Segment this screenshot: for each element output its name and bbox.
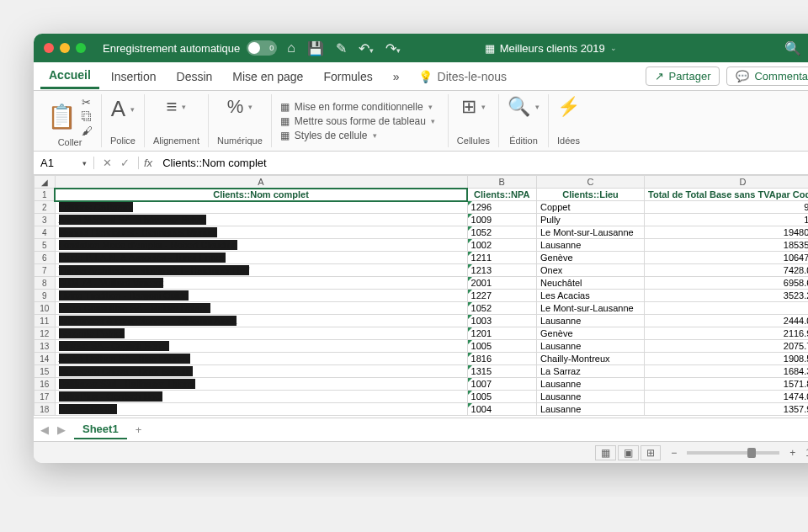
spreadsheet-grid[interactable]: ◢ A B C D 1Clients::Nom completClients::… — [34, 175, 808, 418]
cell[interactable]: Inglese SA - Cogliati Serge — [55, 340, 467, 353]
row-header[interactable]: 15 — [35, 365, 56, 378]
cell[interactable]: différences & compétences - Chkaïmi Aiss… — [55, 315, 467, 327]
cell[interactable]: 1007 — [467, 378, 536, 391]
page-layout-view-icon[interactable]: ▣ — [618, 445, 639, 460]
cell[interactable]: Étude P.T.A.N. & Associés - Tunsi Ermes — [55, 252, 467, 264]
cell-d1[interactable]: Total de Total Base sans TVApar Code cli… — [645, 189, 808, 201]
row-header[interactable]: 1 — [35, 189, 56, 201]
cell[interactable]: Genève — [537, 252, 645, 264]
tab-mise-en-page[interactable]: Mise en page — [224, 65, 311, 88]
cell[interactable]: 1227 — [467, 290, 536, 302]
search-icon[interactable]: 🔍 — [784, 40, 801, 56]
cell[interactable]: Le Mont-sur-Lausanne — [537, 226, 645, 239]
cell[interactable]: 1002 — [467, 239, 536, 252]
cell[interactable]: Micro Consulting SA - Mulder Roland — [55, 302, 467, 315]
cell[interactable]: FuturPlus - Gentsch Noël — [55, 391, 467, 403]
autosave-toggle[interactable]: 0 — [247, 40, 277, 56]
cell[interactable]: Chapel Cédric — [55, 403, 467, 416]
sheet-nav-next[interactable]: ▶ — [57, 423, 66, 436]
cell[interactable]: Coppet — [537, 201, 645, 214]
document-title[interactable]: ▦ Meilleurs clients 2019 ⌄ — [485, 42, 617, 55]
row-header[interactable]: 17 — [35, 391, 56, 403]
cell[interactable]: 1005 — [467, 340, 536, 353]
cell[interactable]: 2116.991643 — [645, 327, 808, 340]
cell[interactable]: 7428.040854 — [645, 264, 808, 277]
cell[interactable]: Pully — [537, 214, 645, 226]
cancel-formula-icon[interactable]: ✕ — [103, 157, 112, 169]
save-icon[interactable]: 💾 — [307, 40, 324, 56]
column-header-b[interactable]: B — [467, 176, 536, 189]
cell[interactable]: Lausanne — [537, 239, 645, 252]
conditional-formatting-button[interactable]: ▦Mise en forme conditionnelle▾ — [280, 101, 433, 113]
row-header[interactable]: 11 — [35, 315, 56, 327]
row-header[interactable]: 12 — [35, 327, 56, 340]
cell[interactable]: Musée du Cheval - Drux Isabelle — [55, 365, 467, 378]
cell[interactable]: 1315 — [467, 365, 536, 378]
undo-icon[interactable]: ↶▾ — [359, 40, 374, 56]
format-as-table-button[interactable]: ▦Mettre sous forme de tableau▾ — [280, 115, 435, 127]
cell[interactable]: Neuchâtel — [537, 277, 645, 290]
tell-me-search[interactable]: 💡 Dites-le-nous — [418, 70, 507, 83]
cell[interactable]: 1816 — [467, 353, 536, 365]
tab-insertion[interactable]: Insertion — [103, 65, 165, 88]
ribbon-align-group[interactable]: ≡▾ Alignement — [145, 94, 209, 147]
accept-formula-icon[interactable]: ✓ — [120, 157, 130, 169]
normal-view-icon[interactable]: ▦ — [595, 445, 616, 460]
sheet-nav-prev[interactable]: ◀ — [40, 423, 49, 436]
row-header[interactable]: 2 — [35, 201, 56, 214]
column-header-c[interactable]: C — [537, 176, 645, 189]
cell[interactable]: Lausanne — [537, 378, 645, 391]
redo-icon[interactable]: ↷▾ — [385, 40, 401, 56]
cell[interactable]: Chailly-Montreux — [537, 353, 645, 365]
zoom-out-button[interactable]: − — [671, 447, 677, 459]
ribbon-paste-group[interactable]: 📋 ✂ ⿻ 🖌 Coller — [39, 94, 102, 147]
cell[interactable]: 3523.212628 — [645, 290, 808, 302]
row-header[interactable]: 13 — [35, 340, 56, 353]
tabs-overflow[interactable]: » — [385, 65, 408, 88]
row-header[interactable]: 10 — [35, 302, 56, 315]
cell[interactable]: 1357.938719 — [645, 403, 808, 416]
row-header[interactable]: 7 — [35, 264, 56, 277]
cell[interactable]: Lausanne — [537, 403, 645, 416]
tab-formules[interactable]: Formules — [315, 65, 380, 88]
row-header[interactable]: 14 — [35, 353, 56, 365]
add-sheet-button[interactable]: + — [136, 423, 142, 436]
ribbon-ideas-group[interactable]: ⚡ Idées — [549, 94, 588, 147]
cell[interactable]: Assal Médical SA - Thévenaz Sylvie — [55, 214, 467, 226]
row-header[interactable]: 3 — [35, 214, 56, 226]
cell[interactable]: Lausanne — [537, 340, 645, 353]
cell-b1[interactable]: Clients::NPA — [467, 189, 536, 201]
ribbon-edit-group[interactable]: 🔍▾ Édition — [499, 94, 549, 147]
cell[interactable]: Éditions Calligram — [55, 201, 467, 214]
cell[interactable]: 2860 — [645, 302, 808, 315]
copy-icon[interactable]: ⿻ — [82, 110, 93, 123]
row-header[interactable]: 16 — [35, 378, 56, 391]
cell[interactable]: 1052 — [467, 302, 536, 315]
cell[interactable]: 1213 — [467, 264, 536, 277]
cell[interactable]: 1009 — [467, 214, 536, 226]
cell[interactable]: 2444.011142 — [645, 315, 808, 327]
tab-dessin[interactable]: Dessin — [168, 65, 221, 88]
cut-icon[interactable]: ✂ — [82, 96, 93, 109]
cell[interactable]: 97907.5 — [645, 201, 808, 214]
cell[interactable]: 1684.308264 — [645, 365, 808, 378]
cell[interactable]: 1571.866295 — [645, 378, 808, 391]
formula-input[interactable]: Clients::Nom complet — [157, 157, 808, 169]
name-box[interactable]: A1▾ — [34, 157, 94, 169]
cell[interactable]: 2001 — [467, 277, 536, 290]
cell[interactable]: 1005 — [467, 391, 536, 403]
ribbon-cells-group[interactable]: ⊞▾ Cellules — [449, 94, 499, 147]
cell[interactable]: 19777.5 — [645, 214, 808, 226]
cell[interactable]: Lecomte Patrick — [55, 327, 467, 340]
cell[interactable]: Les Acacias — [537, 290, 645, 302]
select-all-cell[interactable]: ◢ — [35, 176, 56, 189]
cell[interactable]: 19480.03714 — [645, 226, 808, 239]
minimize-window-button[interactable] — [60, 43, 70, 53]
share-button[interactable]: ↗Partager — [646, 66, 720, 86]
cell[interactable]: 1052 — [467, 226, 536, 239]
cell-a1[interactable]: Clients::Nom complet — [55, 189, 467, 201]
cell[interactable]: La Sarraz — [537, 365, 645, 378]
cell[interactable]: Genève — [537, 327, 645, 340]
row-header[interactable]: 4 — [35, 226, 56, 239]
cell[interactable]: Lausanne — [537, 315, 645, 327]
